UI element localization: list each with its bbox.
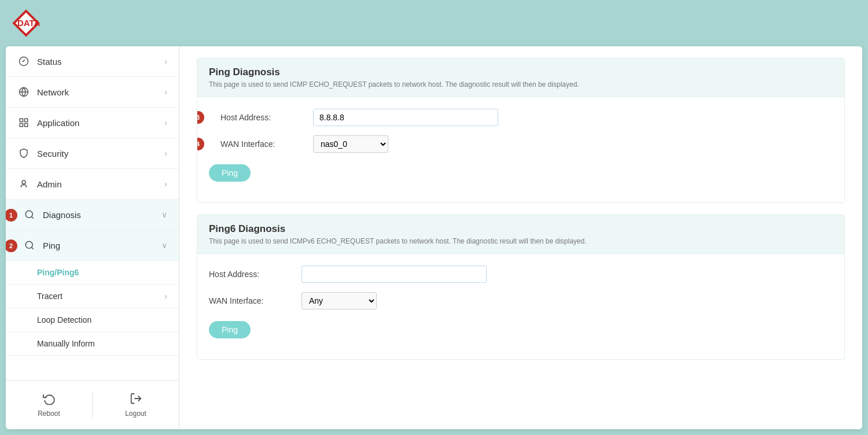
ping6-host-address-row: Host Address: — [209, 266, 833, 283]
sidebar-item-status-label: Status — [37, 57, 164, 67]
svg-line-11 — [31, 216, 33, 218]
ping6-button-row: Ping — [209, 319, 833, 338]
svg-rect-6 — [25, 119, 28, 121]
ping6-diagnosis-section: Ping6 Diagnosis This page is used to sen… — [197, 215, 845, 360]
sidebar-item-ping[interactable]: Ping ∨ — [6, 230, 179, 261]
sidebar-item-wrapper-admin: Admin › — [6, 169, 179, 200]
sidebar-footer: Reboot Logout — [6, 380, 179, 429]
ping6-host-address-input[interactable] — [301, 266, 487, 283]
sidebar-item-wrapper-application: Application › — [6, 108, 179, 138]
security-chevron: › — [164, 149, 167, 158]
logout-icon — [130, 392, 142, 408]
logout-label: Logout — [125, 410, 146, 418]
network-icon — [17, 86, 30, 98]
svg-point-9 — [22, 180, 25, 184]
status-icon — [17, 55, 30, 68]
ping-host-address-input[interactable] — [313, 109, 498, 126]
sidebar-subitem-ping-ping6[interactable]: Ping/Ping6 — [6, 261, 179, 285]
ping-host-address-label: Host Address: — [220, 113, 313, 122]
ping-wan-interface-row: 4 WAN Interface: nas0_0 — [209, 135, 833, 153]
main-container: Status › Network › — [6, 46, 862, 429]
sidebar-item-wrapper-status: Status › — [6, 46, 179, 77]
sidebar-item-security[interactable]: Security › — [6, 138, 179, 169]
sidebar-item-wrapper-network: Network › — [6, 77, 179, 108]
sidebar-subitem-loop-detection[interactable]: Loop Detection — [6, 308, 179, 332]
svg-text:DATA: DATA — [17, 18, 41, 28]
ping-section-desc: This page is used to send ICMP ECHO_REQU… — [209, 80, 833, 89]
ping-button[interactable]: Ping — [209, 164, 251, 182]
reboot-button[interactable]: Reboot — [6, 386, 92, 423]
reboot-label: Reboot — [38, 410, 60, 418]
svg-rect-7 — [20, 124, 23, 127]
application-icon — [17, 116, 30, 129]
sidebar-item-application-label: Application — [37, 118, 164, 128]
ping-diagnosis-section: Ping Diagnosis This page is used to send… — [197, 58, 845, 203]
step-badge-3: 3 — [197, 111, 204, 124]
main-content: Ping Diagnosis This page is used to send… — [179, 46, 862, 429]
svg-point-12 — [25, 241, 32, 248]
sidebar: Status › Network › — [6, 46, 179, 429]
sidebar-item-wrapper-diagnosis: 1 Diagnosis ∨ — [6, 200, 179, 230]
ping-section-header: Ping Diagnosis This page is used to send… — [197, 58, 844, 97]
ping6-wan-interface-select[interactable]: Any — [301, 292, 377, 309]
ping-icon — [23, 239, 36, 252]
logout-button[interactable]: Logout — [93, 386, 179, 423]
security-icon — [17, 147, 30, 160]
sidebar-item-admin[interactable]: Admin › — [6, 169, 179, 200]
ping6-section-desc: This page is used to send ICMPv6 ECHO_RE… — [209, 237, 833, 245]
sidebar-subitem-ping-ping6-label: Ping/Ping6 — [37, 268, 167, 277]
reboot-icon — [43, 392, 56, 408]
application-chevron: › — [164, 118, 167, 127]
header: DATA — [0, 0, 868, 46]
status-chevron: › — [164, 57, 167, 66]
ping-section-title: Ping Diagnosis — [209, 67, 833, 78]
sidebar-item-application[interactable]: Application › — [6, 108, 179, 138]
ping6-section-header: Ping6 Diagnosis This page is used to sen… — [197, 215, 844, 254]
ping6-host-address-label: Host Address: — [209, 270, 301, 279]
sidebar-item-status[interactable]: Status › — [6, 46, 179, 77]
ping-host-address-row: 3 Host Address: — [209, 109, 833, 126]
sidebar-item-diagnosis-label: Diagnosis — [43, 210, 161, 220]
svg-rect-8 — [25, 124, 28, 127]
diagnosis-chevron: ∨ — [161, 210, 167, 219]
ping-chevron: ∨ — [161, 241, 167, 250]
ping6-button[interactable]: Ping — [209, 321, 251, 338]
logo-icon: DATA — [12, 9, 41, 38]
sidebar-item-ping-label: Ping — [43, 241, 161, 250]
svg-line-13 — [31, 247, 33, 249]
step-badge-4: 4 — [197, 138, 204, 150]
ping-section-body: 3 Host Address: 4 WAN Interface: nas0_0 … — [197, 97, 844, 202]
sidebar-item-diagnosis[interactable]: Diagnosis ∨ — [6, 200, 179, 230]
sidebar-item-security-label: Security — [37, 149, 164, 158]
ping6-wan-interface-label: WAN Interface: — [209, 296, 301, 305]
sidebar-item-network-label: Network — [37, 87, 164, 97]
sidebar-subitem-manually-inform-label: Manually Inform — [37, 339, 167, 348]
sidebar-item-admin-label: Admin — [37, 179, 164, 189]
sidebar-subitem-tracert[interactable]: Tracert › — [6, 285, 179, 308]
ping6-section-body: Host Address: WAN Interface: Any Ping — [197, 254, 844, 359]
network-chevron: › — [164, 87, 167, 97]
tracert-chevron: › — [164, 292, 167, 301]
ping-wan-interface-label: WAN Interface: — [220, 139, 313, 149]
sidebar-nav: Status › Network › — [6, 46, 179, 380]
ping-wan-interface-select[interactable]: nas0_0 — [313, 135, 388, 153]
sidebar-item-network[interactable]: Network › — [6, 77, 179, 108]
logo: DATA — [12, 9, 43, 38]
admin-chevron: › — [164, 179, 167, 189]
sidebar-item-wrapper-ping: 2 Ping ∨ — [6, 230, 179, 261]
sidebar-subitem-loop-detection-label: Loop Detection — [37, 315, 167, 325]
svg-point-10 — [25, 211, 32, 218]
ping-button-row: Ping — [209, 162, 833, 182]
sidebar-item-wrapper-security: Security › — [6, 138, 179, 169]
ping6-section-title: Ping6 Diagnosis — [209, 223, 833, 235]
ping6-wan-interface-row: WAN Interface: Any — [209, 292, 833, 309]
sidebar-subitem-tracert-label: Tracert — [37, 292, 164, 301]
admin-icon — [17, 178, 30, 190]
svg-rect-5 — [20, 119, 23, 121]
diagnosis-icon — [23, 208, 36, 221]
sidebar-subitem-manually-inform[interactable]: Manually Inform — [6, 332, 179, 356]
